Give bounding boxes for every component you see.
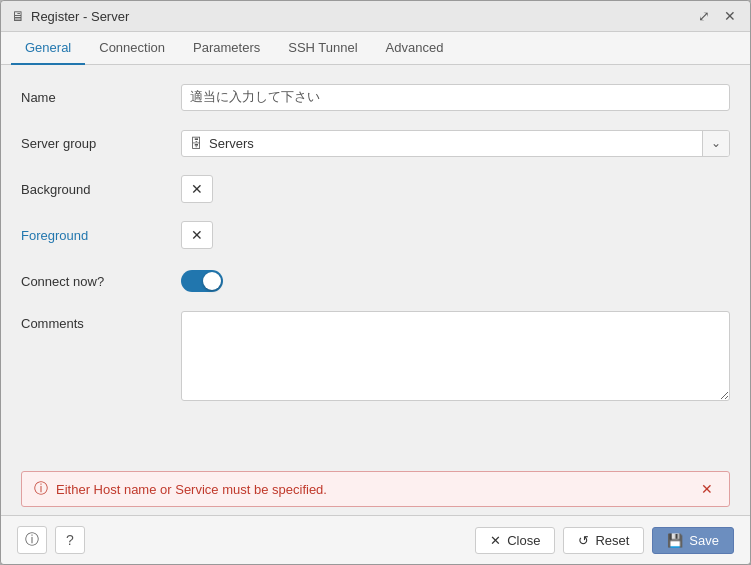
name-input[interactable]	[181, 84, 730, 111]
dialog-close-button[interactable]: ✕	[720, 7, 740, 25]
foreground-row: Foreground ✕	[21, 219, 730, 251]
comments-row: Comments	[21, 311, 730, 401]
dialog-register-server: 🖥 Register - Server ⤢ ✕ General Connecti…	[0, 0, 751, 565]
name-label: Name	[21, 90, 181, 105]
server-group-label: Server group	[21, 136, 181, 151]
error-left: ⓘ Either Host name or Service must be sp…	[34, 480, 327, 498]
error-bar: ⓘ Either Host name or Service must be sp…	[21, 471, 730, 507]
server-db-icon: 🗄	[190, 136, 203, 151]
close-icon: ✕	[490, 533, 501, 548]
connect-now-label: Connect now?	[21, 274, 181, 289]
footer-right: ✕ Close ↺ Reset 💾 Save	[475, 527, 734, 554]
toggle-knob	[203, 272, 221, 290]
form-content: Name Server group 🗄 Servers ⌄ Background…	[1, 65, 750, 447]
server-group-dropdown[interactable]: ⌄	[702, 131, 729, 156]
connect-now-toggle[interactable]	[181, 270, 223, 292]
tabs-bar: General Connection Parameters SSH Tunnel…	[1, 32, 750, 65]
save-label: Save	[689, 533, 719, 548]
reset-button[interactable]: ↺ Reset	[563, 527, 644, 554]
close-label: Close	[507, 533, 540, 548]
help-button[interactable]: ?	[55, 526, 85, 554]
reset-icon: ↺	[578, 533, 589, 548]
save-button[interactable]: 💾 Save	[652, 527, 734, 554]
footer-left: ⓘ ?	[17, 526, 85, 554]
foreground-label: Foreground	[21, 228, 181, 243]
tab-parameters[interactable]: Parameters	[179, 32, 274, 65]
tab-connection[interactable]: Connection	[85, 32, 179, 65]
tab-ssh-tunnel[interactable]: SSH Tunnel	[274, 32, 371, 65]
server-group-value: Servers	[209, 136, 254, 151]
dialog-title: Register - Server	[31, 9, 129, 24]
error-message: Either Host name or Service must be spec…	[56, 482, 327, 497]
background-clear-button[interactable]: ✕	[181, 175, 213, 203]
close-button[interactable]: ✕ Close	[475, 527, 555, 554]
expand-button[interactable]: ⤢	[694, 7, 714, 25]
server-group-inner: 🗄 Servers	[182, 131, 702, 156]
server-group-container[interactable]: 🗄 Servers ⌄	[181, 130, 730, 157]
error-close-button[interactable]: ✕	[697, 481, 717, 497]
tab-advanced[interactable]: Advanced	[372, 32, 458, 65]
server-title-icon: 🖥	[11, 8, 25, 24]
footer: ⓘ ? ✕ Close ↺ Reset 💾 Save	[1, 515, 750, 564]
tab-general[interactable]: General	[11, 32, 85, 65]
server-group-row: Server group 🗄 Servers ⌄	[21, 127, 730, 159]
reset-label: Reset	[595, 533, 629, 548]
background-label: Background	[21, 182, 181, 197]
titlebar-left: 🖥 Register - Server	[11, 8, 129, 24]
connect-now-toggle-container	[181, 270, 223, 292]
comments-label: Comments	[21, 311, 181, 331]
connect-now-row: Connect now?	[21, 265, 730, 297]
titlebar: 🖥 Register - Server ⤢ ✕	[1, 1, 750, 32]
name-row: Name	[21, 81, 730, 113]
save-icon: 💾	[667, 533, 683, 548]
titlebar-controls: ⤢ ✕	[694, 7, 740, 25]
error-icon: ⓘ	[34, 480, 48, 498]
background-row: Background ✕	[21, 173, 730, 205]
foreground-clear-button[interactable]: ✕	[181, 221, 213, 249]
info-button[interactable]: ⓘ	[17, 526, 47, 554]
comments-input[interactable]	[181, 311, 730, 401]
